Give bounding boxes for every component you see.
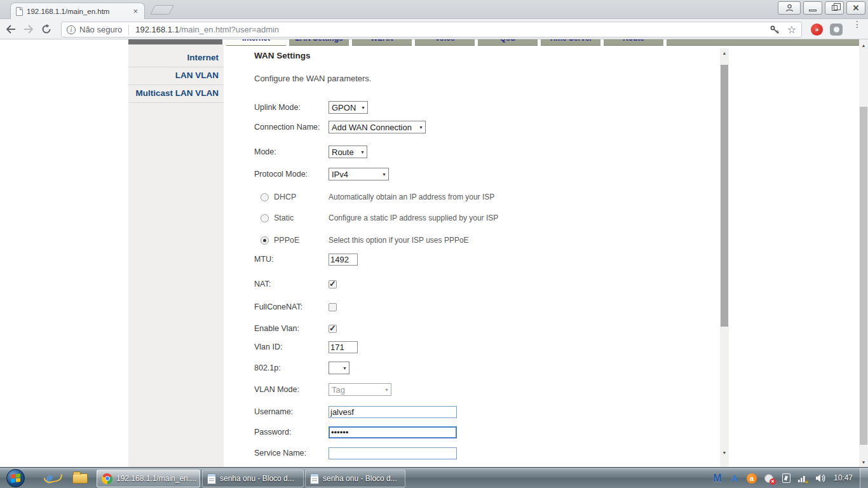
system-tray: M A a xyxy=(712,468,826,488)
back-icon xyxy=(5,24,17,34)
info-icon[interactable]: i xyxy=(67,25,76,34)
new-tab-button[interactable] xyxy=(150,5,174,15)
frame-scrollbar[interactable]: ▲ ▼ xyxy=(720,48,729,467)
back-button[interactable] xyxy=(4,22,18,36)
uplink-mode-value: GPON xyxy=(332,103,356,112)
task-notepad-1[interactable]: senha onu - Bloco d... xyxy=(202,470,304,487)
browser-tab[interactable]: 192.168.1.1/main_en.htm × xyxy=(10,3,145,19)
password-input[interactable] xyxy=(329,426,457,438)
tab-internet[interactable]: Internet xyxy=(226,39,286,46)
omnibox-divider xyxy=(128,25,129,35)
protocol-mode-label: Protocol Mode: xyxy=(254,167,327,181)
forward-button[interactable] xyxy=(22,22,36,36)
extension-red-icon[interactable]: » xyxy=(811,24,823,36)
fullconenat-label: FullConeNAT: xyxy=(254,300,327,314)
mtu-label: MTU: xyxy=(254,252,327,266)
vlan-mode-value: Tag xyxy=(332,385,345,395)
sidebar-item-internet[interactable]: Internet xyxy=(128,50,224,67)
chevron-down-icon: ▼ xyxy=(360,150,365,154)
task-chrome[interactable]: 192.168.1.1/main_en.... xyxy=(97,470,200,487)
tab-close-icon[interactable]: × xyxy=(132,7,139,15)
row-vlan-mode: VLAN Mode: Tag ▼ xyxy=(254,383,699,396)
restore-button[interactable] xyxy=(825,1,844,15)
taskbar-ie-button[interactable]: e xyxy=(37,470,62,487)
tab-qos[interactable]: QoS xyxy=(478,39,538,46)
connection-name-select[interactable]: Add WAN Connection ▼ xyxy=(329,121,426,133)
taskbar: e 192.168.1.1/main_en.... senha onu - Bl… xyxy=(0,467,868,488)
router-top-tabs: Internet LAN Settings WLAN Voice QoS Tim… xyxy=(226,39,859,46)
row-8021p: 802.1p: ▼ xyxy=(254,361,699,375)
tray-volume-icon[interactable] xyxy=(815,473,826,484)
tab-time-server[interactable]: Time Server xyxy=(541,39,600,46)
security-label[interactable]: Não seguro xyxy=(79,25,122,34)
static-radio[interactable] xyxy=(261,214,269,222)
browser-scrollbar-thumb[interactable] xyxy=(860,107,867,445)
browser-scrollbar[interactable]: ▲ ▼ xyxy=(859,39,868,467)
pppoe-desc: Select this option if your ISP uses PPPo… xyxy=(329,233,469,247)
tray-network-icon[interactable] xyxy=(797,473,809,484)
page-title: WAN Settings xyxy=(254,51,311,60)
page-favicon xyxy=(16,7,23,16)
chevron-down-icon: ▼ xyxy=(419,125,423,130)
task-notepad-2[interactable]: senha onu - Bloco d... xyxy=(305,470,405,487)
row-protocol-mode: Protocol Mode: IPv4 ▼ xyxy=(254,167,699,181)
task-notepad-2-label: senha onu - Bloco d... xyxy=(323,474,397,483)
show-desktop-button[interactable] xyxy=(860,468,868,488)
tray-malwarebytes-icon[interactable]: M xyxy=(712,473,723,484)
mode-select[interactable]: Route ▼ xyxy=(329,146,367,158)
vlan-mode-label: VLAN Mode: xyxy=(254,383,327,396)
tab-route[interactable]: Route xyxy=(604,39,663,46)
tray-device-error-icon[interactable] xyxy=(763,473,775,484)
close-button[interactable]: ✕ xyxy=(846,1,865,15)
tab-lan-settings[interactable]: LAN Settings xyxy=(289,39,349,46)
row-username: Username: xyxy=(254,405,699,419)
address-bar[interactable]: i Não seguro 192.168.1.1 /main_en.html?u… xyxy=(61,22,802,37)
tray-plug-icon[interactable] xyxy=(780,473,792,484)
dhcp-desc: Automatically obtain an IP address from … xyxy=(329,190,494,204)
uplink-mode-select[interactable]: GPON ▼ xyxy=(329,101,368,114)
8021p-label: 802.1p: xyxy=(254,361,327,375)
profile-button[interactable] xyxy=(778,1,801,15)
dhcp-radio[interactable] xyxy=(261,193,269,201)
service-name-label: Service Name: xyxy=(254,446,327,460)
sidebar-item-multicast-lan-vlan[interactable]: Multicast LAN VLAN xyxy=(128,85,224,103)
uplink-mode-label: Uplink Mode: xyxy=(254,100,327,114)
fullconenat-checkbox[interactable] xyxy=(329,303,337,311)
row-service-name: Service Name: xyxy=(254,446,699,460)
mtu-input[interactable] xyxy=(329,254,358,266)
row-connection-name: Connection Name: Add WAN Connection ▼ xyxy=(254,120,699,134)
taskbar-clock[interactable]: 10:47 xyxy=(834,473,853,482)
scroll-up-icon[interactable]: ▲ xyxy=(859,41,868,50)
enable-vlan-checkbox[interactable] xyxy=(329,325,337,333)
tab-voice[interactable]: Voice xyxy=(415,39,475,46)
mode-label: Mode: xyxy=(254,145,327,159)
frame-scrollbar-thumb[interactable] xyxy=(721,65,728,327)
browser-menu-icon[interactable]: ⋮ xyxy=(853,22,859,27)
connection-name-value: Add WAN Connection xyxy=(332,123,412,132)
scroll-down-icon[interactable]: ▼ xyxy=(720,448,729,457)
bookmark-star-icon[interactable]: ☆ xyxy=(787,24,796,36)
nat-checkbox[interactable] xyxy=(329,280,337,288)
minimize-button[interactable] xyxy=(803,1,822,15)
sidebar-item-lan-vlan[interactable]: LAN VLAN xyxy=(128,67,224,85)
tray-avast-icon[interactable]: a xyxy=(746,473,757,484)
browser-tab-title: 192.168.1.1/main_en.htm xyxy=(27,8,128,15)
8021p-select[interactable]: ▼ xyxy=(329,362,349,374)
vlan-mode-select[interactable]: Tag ▼ xyxy=(329,383,391,396)
tab-wlan[interactable]: WLAN xyxy=(352,39,412,46)
protocol-mode-select[interactable]: IPv4 ▼ xyxy=(329,168,389,180)
scroll-up-icon[interactable]: ▲ xyxy=(720,48,729,57)
pppoe-radio[interactable] xyxy=(261,236,269,245)
extension-gray-icon[interactable] xyxy=(830,24,843,36)
taskbar-explorer-button[interactable] xyxy=(67,470,93,487)
service-name-input[interactable] xyxy=(329,447,457,459)
static-desc: Configure a static IP address supplied b… xyxy=(329,211,498,225)
vlan-id-input[interactable] xyxy=(329,341,358,353)
dhcp-label: DHCP xyxy=(274,190,296,204)
tray-anydesk-icon[interactable]: A xyxy=(729,473,740,484)
start-button[interactable] xyxy=(6,469,25,487)
username-input[interactable] xyxy=(329,406,457,418)
scroll-down-icon[interactable]: ▼ xyxy=(859,458,868,466)
reload-button[interactable] xyxy=(39,22,53,36)
saved-password-key-icon[interactable] xyxy=(770,25,780,35)
